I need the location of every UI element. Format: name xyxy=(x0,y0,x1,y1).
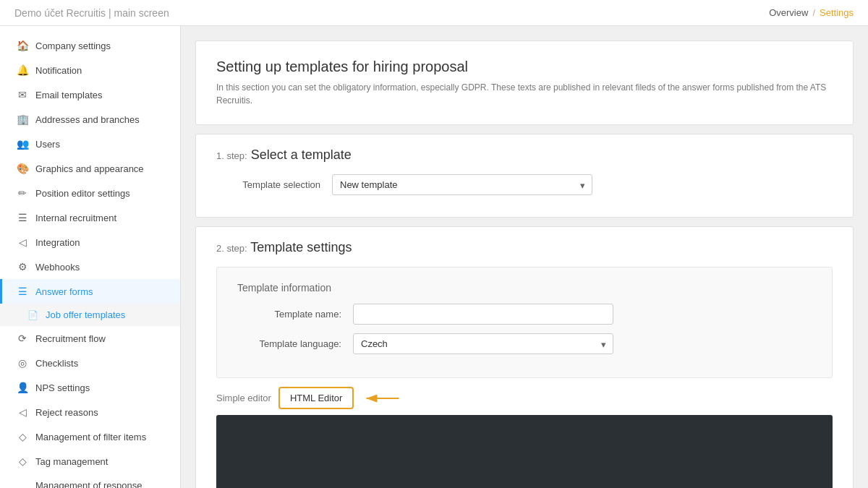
template-selection-control: New template xyxy=(332,174,833,195)
sidebar-label-email-templates: Email templates xyxy=(35,90,102,100)
sidebar-item-integration[interactable]: ◁ Integration xyxy=(0,230,180,254)
response-icon: ◇ xyxy=(17,485,28,488)
sidebar-item-checklists[interactable]: ◎ Checklists xyxy=(0,351,180,375)
sidebar-label-nps: NPS settings xyxy=(35,382,90,393)
template-language-label: Template language: xyxy=(237,338,353,349)
sidebar-label-users: Users xyxy=(35,139,60,150)
template-name-label: Template name: xyxy=(237,309,353,320)
template-language-control: Czech English Slovak xyxy=(353,333,812,354)
sidebar-label-checklists: Checklists xyxy=(35,358,78,369)
intro-card: Setting up templates for hiring proposal… xyxy=(195,40,854,125)
template-language-wrapper: Czech English Slovak xyxy=(353,333,613,354)
editor-area[interactable] xyxy=(216,415,833,488)
sidebar-label-reject: Reject reasons xyxy=(35,407,98,418)
sidebar-label-internal-recruitment: Internal recruitment xyxy=(35,213,116,223)
sidebar-label-integration: Integration xyxy=(35,237,80,248)
reject-icon: ◁ xyxy=(17,406,28,418)
users-icon: 👥 xyxy=(17,138,28,150)
top-bar: Demo účet Recruitis | main screen Overvi… xyxy=(0,0,868,26)
step1-title: Select a template xyxy=(251,147,352,162)
sidebar-item-management-response[interactable]: ◇ Management of response sources xyxy=(0,474,180,488)
internal-recruitment-icon: ☰ xyxy=(17,212,28,223)
template-selection-label: Template selection xyxy=(216,179,332,190)
sidebar-item-users[interactable]: 👥 Users xyxy=(0,132,180,156)
answer-forms-icon: ☰ xyxy=(17,286,28,297)
template-info-title: Template information xyxy=(237,282,812,294)
top-bar-title: Demo účet Recruitis | main screen xyxy=(14,7,169,19)
sidebar-label-notification: Notification xyxy=(35,65,82,76)
template-selection-select[interactable]: New template xyxy=(332,174,592,195)
template-name-control xyxy=(353,304,812,325)
html-editor-tab[interactable]: HTML Editor xyxy=(278,387,354,409)
sidebar-label-graphics: Graphics and appearance xyxy=(35,163,144,174)
screen-name: main screen xyxy=(114,7,169,19)
main-layout: 🏠 Company settings 🔔 Notification ✉ Emai… xyxy=(0,26,868,488)
sidebar-label-job-offer-templates: Job offer templates xyxy=(46,309,125,320)
webhooks-icon: ⚙ xyxy=(17,261,28,273)
sidebar-item-graphics[interactable]: 🎨 Graphics and appearance xyxy=(0,156,180,181)
sidebar-item-email-templates[interactable]: ✉ Email templates xyxy=(0,82,180,107)
sidebar-label-response: Management of response sources xyxy=(35,480,166,488)
step1-card: 1. step: Select a template Template sele… xyxy=(195,134,854,218)
nav-separator: / xyxy=(812,7,815,18)
filter-icon: ◇ xyxy=(17,431,28,442)
recruitment-flow-icon: ⟳ xyxy=(17,333,28,344)
sidebar-item-management-filter[interactable]: ◇ Management of filter items xyxy=(0,424,180,449)
position-editor-icon: ✏ xyxy=(17,187,28,199)
sidebar-item-company-settings[interactable]: 🏠 Company settings xyxy=(0,33,180,58)
sidebar-label-recruitment-flow: Recruitment flow xyxy=(35,333,106,344)
template-info-card: Template information Template name: Temp… xyxy=(216,267,833,378)
sidebar-label-position-editor: Position editor settings xyxy=(35,188,130,199)
sidebar-item-answer-forms[interactable]: ☰ Answer forms xyxy=(0,279,180,304)
sidebar-sub-item-job-offer-templates[interactable]: 📄 Job offer templates xyxy=(0,304,180,326)
template-language-row: Template language: Czech English Slovak xyxy=(237,333,812,354)
step2-num: 2. step: xyxy=(216,243,247,254)
arrow-svg xyxy=(361,390,404,407)
sidebar-item-position-editor[interactable]: ✏ Position editor settings xyxy=(0,181,180,205)
step1-num: 1. step: xyxy=(216,150,247,161)
tag-icon: ◇ xyxy=(17,455,28,467)
nav-settings[interactable]: Settings xyxy=(820,7,854,18)
editor-tabs-row: Simple editor HTML Editor xyxy=(216,387,833,409)
step2-header: 2. step: Template settings xyxy=(216,240,833,255)
sidebar-label-filter: Management of filter items xyxy=(35,432,146,442)
sidebar-item-nps-settings[interactable]: 👤 NPS settings xyxy=(0,375,180,400)
company-settings-icon: 🏠 xyxy=(17,40,28,51)
template-language-select[interactable]: Czech English Slovak xyxy=(353,333,613,354)
app-container: Demo účet Recruitis | main screen Overvi… xyxy=(0,0,868,488)
sidebar-label-addresses: Addresses and branches xyxy=(35,114,140,125)
graphics-icon: 🎨 xyxy=(17,163,28,174)
top-bar-nav: Overview / Settings xyxy=(769,7,854,18)
sidebar-item-internal-recruitment[interactable]: ☰ Internal recruitment xyxy=(0,205,180,230)
sidebar-label-company-settings: Company settings xyxy=(35,40,111,51)
app-name: Demo účet Recruitis xyxy=(14,7,106,19)
nav-overview[interactable]: Overview xyxy=(769,7,808,18)
sidebar-item-tag-management[interactable]: ◇ Tag management xyxy=(0,449,180,474)
sidebar-label-webhooks: Webhooks xyxy=(35,262,80,273)
arrow-indicator xyxy=(361,390,404,407)
sidebar-label-tag: Tag management xyxy=(35,456,108,467)
sidebar-item-notification[interactable]: 🔔 Notification xyxy=(0,58,180,82)
template-selection-row: Template selection New template xyxy=(216,174,833,195)
sidebar-item-reject-reasons[interactable]: ◁ Reject reasons xyxy=(0,400,180,424)
sidebar-item-webhooks[interactable]: ⚙ Webhooks xyxy=(0,254,180,279)
step2-card: 2. step: Template settings Template info… xyxy=(195,226,854,488)
nps-icon: 👤 xyxy=(17,382,28,393)
simple-editor-tab-label[interactable]: Simple editor xyxy=(216,393,271,403)
job-offer-templates-icon: 📄 xyxy=(27,310,38,320)
intro-description: In this section you can set the obligato… xyxy=(216,81,833,107)
sidebar-item-addresses-branches[interactable]: 🏢 Addresses and branches xyxy=(0,107,180,132)
sidebar: 🏠 Company settings 🔔 Notification ✉ Emai… xyxy=(0,26,181,488)
template-name-input[interactable] xyxy=(353,304,613,325)
step2-title: Template settings xyxy=(250,240,352,254)
content-area: Setting up templates for hiring proposal… xyxy=(181,26,868,488)
email-icon: ✉ xyxy=(17,89,28,100)
title-separator: | xyxy=(109,7,111,19)
sidebar-item-recruitment-flow[interactable]: ⟳ Recruitment flow xyxy=(0,326,180,351)
notification-icon: 🔔 xyxy=(17,64,28,76)
integration-icon: ◁ xyxy=(17,236,28,248)
step1-header: 1. step: Select a template xyxy=(216,147,833,163)
template-selection-wrapper: New template xyxy=(332,174,592,195)
sidebar-label-answer-forms: Answer forms xyxy=(35,286,93,297)
addresses-icon: 🏢 xyxy=(17,114,28,125)
